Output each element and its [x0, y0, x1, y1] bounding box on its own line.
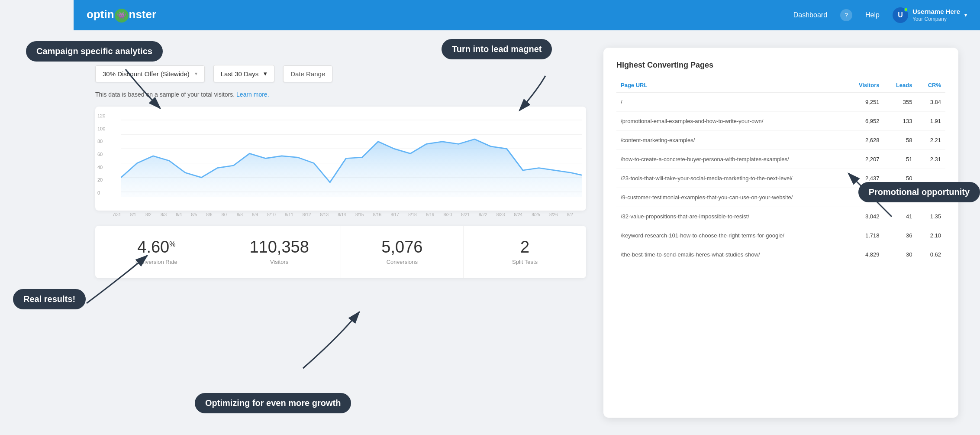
chart-svg	[100, 115, 582, 206]
y-label-40: 40	[97, 165, 105, 170]
split-tests-label: Split Tests	[472, 259, 577, 265]
cr-cell: 2.10	[916, 226, 945, 245]
x-label: 8/7	[222, 212, 228, 217]
table-header: Page URL Visitors Leads CR%	[616, 78, 945, 92]
annotation-growth: Optimizing for even more growth	[195, 393, 351, 413]
online-indicator	[904, 7, 908, 12]
x-label: 8/8	[237, 212, 243, 217]
stat-conversion-rate: 4.60% Conversion Rate	[95, 226, 218, 278]
annotation-real-results: Real results!	[13, 289, 86, 309]
page-url-cell: /32-value-propositions-that-are-impossib…	[616, 207, 845, 226]
visitors-cell: 6,952	[845, 112, 883, 131]
y-label-120: 120	[97, 113, 105, 118]
y-label-80: 80	[97, 139, 105, 144]
col-leads: Leads	[883, 78, 916, 92]
table-row: /keyword-research-101-how-to-choose-the-…	[616, 226, 945, 245]
sample-note: This data is based on a sample of your t…	[95, 91, 586, 98]
nav-help-icon[interactable]: ?	[840, 9, 852, 21]
conversions-label: Conversions	[350, 259, 455, 265]
visitors-cell: 9,251	[845, 92, 883, 112]
leads-cell: 355	[883, 92, 916, 112]
x-label: 7/31	[113, 212, 121, 217]
right-panel: Highest Converting Pages Page URL Visito…	[603, 48, 958, 418]
avatar: U	[893, 7, 908, 23]
table-title: Highest Converting Pages	[616, 61, 945, 70]
x-label: 8/21	[461, 212, 469, 217]
chevron-down-icon: ▾	[964, 12, 967, 18]
x-label: 8/16	[373, 212, 381, 217]
table-row: /how-to-create-a-concrete-buyer-persona-…	[616, 150, 945, 169]
x-label: 8/5	[191, 212, 197, 217]
leads-cell: 36	[883, 226, 916, 245]
table-body: / 9,251 355 3.84 /promotional-email-exam…	[616, 92, 945, 264]
date-range-button[interactable]: Date Range	[283, 65, 332, 82]
nav-help-label[interactable]: Help	[865, 11, 880, 19]
date-filter-select[interactable]: Last 30 Days ▾	[213, 65, 275, 82]
x-label: 8/17	[390, 212, 399, 217]
table-row: /the-best-time-to-send-emails-heres-what…	[616, 245, 945, 264]
y-label-20: 20	[97, 177, 105, 182]
y-label-100: 100	[97, 126, 105, 131]
x-label: 8/20	[444, 212, 452, 217]
x-label: 8/6	[206, 212, 213, 217]
stat-conversions: 5,076 Conversions	[341, 226, 464, 278]
x-label: 8/22	[479, 212, 487, 217]
stats-row: 4.60% Conversion Rate 110,358 Visitors 5…	[95, 226, 586, 278]
y-label-60: 60	[97, 152, 105, 157]
logo: optin👾nster	[87, 8, 156, 22]
x-label: 8/26	[549, 212, 558, 217]
pages-table: Page URL Visitors Leads CR% / 9,251 355 …	[616, 78, 945, 264]
x-label: 8/2	[145, 212, 152, 217]
visitors-cell: 1,718	[845, 226, 883, 245]
x-label: 8/23	[496, 212, 505, 217]
cr-cell: 2.21	[916, 131, 945, 150]
x-label: 8/11	[285, 212, 293, 217]
cr-cell: 1.35	[916, 207, 945, 226]
page-url-cell: /the-best-time-to-send-emails-heres-what…	[616, 245, 845, 264]
nav-dashboard[interactable]: Dashboard	[793, 11, 827, 19]
annotation-campaign: Campaign specific analytics	[26, 41, 163, 62]
y-label-0: 0	[97, 190, 105, 195]
main-container: 30% Discount Offer (Sitewide) ▾ Last 30 …	[74, 30, 980, 435]
page-url-cell: /content-marketing-examples/	[616, 131, 845, 150]
col-page-url: Page URL	[616, 78, 845, 92]
nav-links: Dashboard ? Help U Username Here Your Co…	[793, 7, 967, 23]
campaign-chevron-icon: ▾	[195, 71, 197, 77]
page-url-cell: /	[616, 92, 845, 112]
leads-cell: 51	[883, 150, 916, 169]
visitors-cell: 2,207	[845, 150, 883, 169]
page-url-cell: /how-to-create-a-concrete-buyer-persona-…	[616, 150, 845, 169]
x-label: 8/25	[532, 212, 540, 217]
table-row: /promotional-email-examples-and-how-to-w…	[616, 112, 945, 131]
x-label: 8/18	[408, 212, 416, 217]
x-label: 8/4	[176, 212, 182, 217]
campaign-select-value: 30% Discount Offer (Sitewide)	[103, 70, 190, 78]
chart-y-labels: 120 100 80 60 40 20 0	[97, 113, 105, 195]
stat-visitors: 110,358 Visitors	[218, 226, 341, 278]
nav-user-menu[interactable]: U Username Here Your Company ▾	[893, 7, 967, 23]
leads-cell: 30	[883, 245, 916, 264]
stat-split-tests: 2 Split Tests	[464, 226, 586, 278]
x-label: 8/9	[252, 212, 258, 217]
x-label: 8/19	[426, 212, 434, 217]
annotation-promo: Promotional opportunity	[858, 182, 980, 202]
campaign-select[interactable]: 30% Discount Offer (Sitewide) ▾	[95, 65, 205, 82]
learn-more-link[interactable]: Learn more.	[236, 91, 269, 98]
leads-cell: 133	[883, 112, 916, 131]
leads-cell: 41	[883, 207, 916, 226]
filters-row: 30% Discount Offer (Sitewide) ▾ Last 30 …	[95, 65, 586, 82]
visitors-value: 110,358	[227, 239, 332, 255]
split-tests-value: 2	[472, 239, 577, 255]
col-cr: CR%	[916, 78, 945, 92]
table-row: / 9,251 355 3.84	[616, 92, 945, 112]
cr-cell: 1.91	[916, 112, 945, 131]
table-row: /32-value-propositions-that-are-impossib…	[616, 207, 945, 226]
cr-cell: 3.84	[916, 92, 945, 112]
visitors-cell: 3,042	[845, 207, 883, 226]
x-label: 8/15	[355, 212, 364, 217]
cr-cell: 0.62	[916, 245, 945, 264]
x-label: 8/24	[514, 212, 522, 217]
x-label: 8/14	[338, 212, 346, 217]
chart-x-labels: 7/31 8/1 8/2 8/3 8/4 8/5 8/6 8/7 8/8 8/9…	[95, 211, 586, 217]
visitors-cell: 2,628	[845, 131, 883, 150]
